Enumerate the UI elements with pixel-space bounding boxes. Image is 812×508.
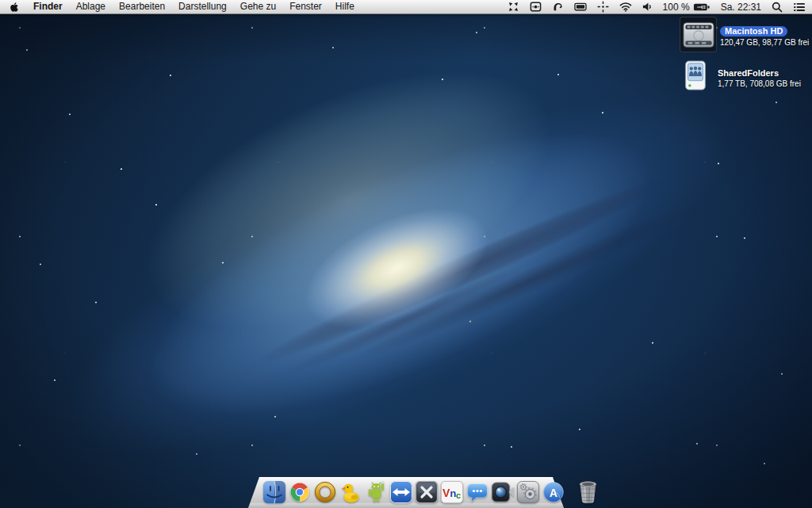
screen-sharing-icon[interactable] <box>530 1 542 13</box>
vnc-viewer-dock-icon[interactable]: V n c <box>440 480 464 504</box>
menu-bar-left: Finder Ablage Bearbeiten Darstellung Geh… <box>10 0 368 13</box>
app-store-dock-icon[interactable]: A <box>542 480 565 504</box>
android-file-transfer-dock-icon[interactable] <box>364 480 388 504</box>
macintosh-hd-details: 120,47 GB, 98,77 GB frei <box>720 38 809 48</box>
galaxy-core <box>263 165 529 371</box>
macintosh-hd-texts: Macintosh HD 120,47 GB, 98,77 GB frei <box>720 17 809 48</box>
elephant-icon[interactable] <box>552 1 564 13</box>
apple-menu-icon[interactable] <box>10 2 20 12</box>
sharedfolders-texts: SharedFolders 1,77 TB, 708,08 GB frei <box>718 59 801 89</box>
dock: V n c <box>248 477 564 508</box>
desktop-icon-macintosh-hd[interactable]: Macintosh HD 120,47 GB, 98,77 GB frei <box>680 17 811 52</box>
svg-text:V: V <box>442 487 450 499</box>
menu-bar-clock[interactable]: Sa. 22:31 <box>721 2 761 13</box>
messages-dock-icon[interactable] <box>465 480 489 504</box>
menu-fenster[interactable]: Fenster <box>289 0 322 13</box>
wifi-icon[interactable] <box>619 2 632 12</box>
cyberduck-dock-icon[interactable] <box>339 480 362 504</box>
teamviewer-dock-icon[interactable] <box>389 480 413 504</box>
desktop-icon-area: Macintosh HD 120,47 GB, 98,77 GB frei <box>680 17 811 98</box>
volume-icon[interactable] <box>642 2 653 12</box>
battery-status[interactable]: 100 % <box>663 2 710 13</box>
sharedfolders-label: SharedFolders <box>718 68 801 79</box>
system-preferences-dock-icon[interactable] <box>516 480 540 504</box>
display-icon[interactable] <box>574 1 587 13</box>
menu-finder[interactable]: Finder <box>33 0 63 13</box>
menu-bar-status: 100 % Sa. 22:31 <box>508 0 806 13</box>
dock-items: V n c <box>262 480 553 504</box>
trash-dock-icon[interactable] <box>577 480 599 504</box>
desktop-icon-sharedfolders[interactable]: SharedFolders 1,77 TB, 708,08 GB frei <box>680 59 811 92</box>
battery-plugged-icon <box>693 2 710 12</box>
battery-percent: 100 % <box>663 2 690 13</box>
sharedfolders-details: 1,77 TB, 708,08 GB frei <box>718 79 801 89</box>
crosshair-icon[interactable] <box>597 1 609 13</box>
finder-dock-icon[interactable] <box>262 480 286 504</box>
menu-gehe-zu[interactable]: Gehe zu <box>240 0 276 13</box>
menu-bearbeiten[interactable]: Bearbeiten <box>119 0 165 13</box>
galaxy-upper-glow <box>42 0 656 433</box>
cord-remote-desktop-dock-icon[interactable] <box>415 480 439 504</box>
macintosh-hd-label: Macintosh HD <box>720 26 787 37</box>
internal-hard-drive-icon <box>680 17 717 52</box>
arrows-inward-icon[interactable] <box>508 1 519 13</box>
opera-dock-icon[interactable] <box>313 480 337 504</box>
spotlight-search-icon[interactable] <box>772 2 783 13</box>
svg-text:c: c <box>456 491 461 500</box>
network-shared-drive-icon <box>680 59 711 92</box>
svg-text:A: A <box>550 487 557 499</box>
menu-hilfe[interactable]: Hilfe <box>335 0 354 13</box>
menu-darstellung[interactable]: Darstellung <box>178 0 227 13</box>
google-chrome-dock-icon[interactable] <box>288 480 312 504</box>
menu-ablage[interactable]: Ablage <box>76 0 105 13</box>
video-camera-app-dock-icon[interactable] <box>491 480 515 504</box>
galaxy-dust-lane <box>140 87 779 505</box>
notification-center-icon[interactable] <box>793 2 806 12</box>
galaxy-disk <box>13 0 788 508</box>
menu-bar: Finder Ablage Bearbeiten Darstellung Geh… <box>0 0 812 14</box>
desktop-screen: Finder Ablage Bearbeiten Darstellung Geh… <box>0 0 812 508</box>
